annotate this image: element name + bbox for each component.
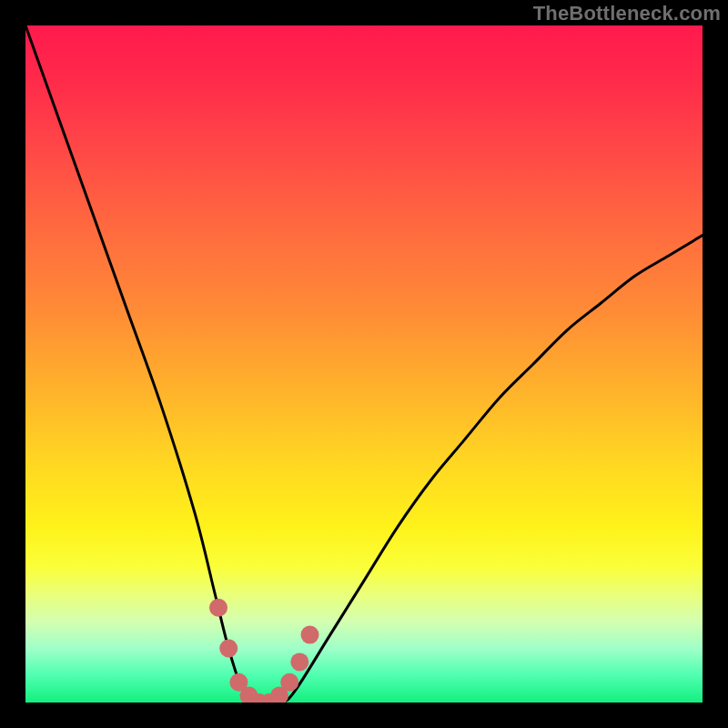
highlight-dot xyxy=(209,599,228,617)
plot-area xyxy=(25,25,703,703)
highlight-dot xyxy=(280,673,298,692)
curve-layer xyxy=(25,25,703,703)
watermark-text: TheBottleneck.com xyxy=(533,2,721,25)
bottleneck-curve xyxy=(25,25,703,703)
chart-svg xyxy=(25,25,703,703)
highlight-dot xyxy=(219,640,238,658)
highlight-dot xyxy=(290,652,308,671)
highlight-dot xyxy=(301,626,319,644)
marker-layer xyxy=(209,599,319,703)
chart-frame: TheBottleneck.com xyxy=(0,0,728,728)
